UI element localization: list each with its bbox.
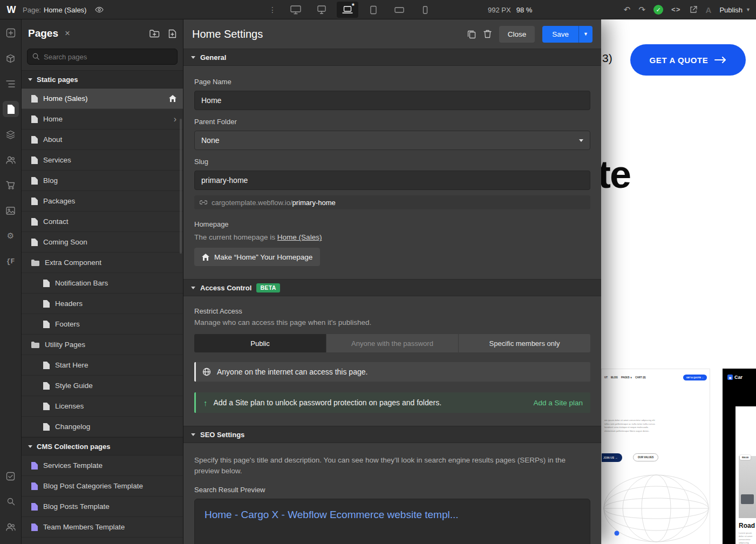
page-name-input[interactable]	[194, 91, 590, 110]
add-elements-icon[interactable]	[3, 25, 19, 41]
save-button[interactable]: Save	[542, 26, 578, 43]
page-icon	[43, 362, 50, 369]
get-a-quote-button[interactable]: GET A QUOTE	[630, 44, 746, 76]
page-item-style-guide[interactable]: Style Guide	[22, 376, 183, 396]
breakpoint-tablet-icon[interactable]	[363, 2, 384, 18]
page-item-blog[interactable]: Blog	[22, 171, 183, 191]
new-page-icon[interactable]	[168, 29, 176, 38]
section-general[interactable]: General	[183, 49, 601, 66]
cms-icon[interactable]	[3, 126, 19, 142]
breakpoint-large-icon[interactable]	[311, 2, 332, 18]
settings-gear-icon[interactable]: ⚙	[3, 228, 19, 244]
parent-folder-select[interactable]: None	[194, 131, 590, 150]
webflow-logo[interactable]: W	[0, 0, 23, 19]
cms-item-blog-post-categories-template[interactable]: Blog Post Categories Template	[22, 476, 183, 497]
pages-scrollbar[interactable]	[180, 119, 182, 254]
page-item-notification-bars[interactable]: Notification Bars	[22, 273, 183, 294]
parent-folder-label: Parent Folder	[194, 118, 590, 126]
page-item-about[interactable]: About	[22, 130, 183, 150]
site-icon[interactable]: A	[706, 5, 712, 15]
preview-brand: ▣ Car	[727, 375, 743, 380]
page-item-start-here[interactable]: Start Here	[22, 355, 183, 376]
code-export-icon[interactable]: <>	[671, 6, 681, 14]
save-dropdown-icon[interactable]: ▼	[578, 26, 592, 43]
pages-icon[interactable]	[3, 101, 19, 117]
preview-eye-icon[interactable]	[95, 5, 104, 14]
duplicate-page-icon[interactable]	[467, 30, 476, 39]
undo-icon[interactable]: ↶	[624, 5, 631, 15]
page-item-footers[interactable]: Footers	[22, 314, 183, 335]
page-item-packages[interactable]: Packages	[22, 191, 183, 212]
globe-wireframe	[602, 467, 710, 544]
page-item-contact[interactable]: Contact	[22, 212, 183, 232]
segment-password[interactable]: Anyone with the password	[326, 334, 458, 352]
preview-paragraph: em ipsum dolor sit amet consectetur adip…	[604, 419, 658, 433]
publish-button[interactable]: Publish ▼	[719, 6, 751, 14]
finsweet-extension-icon[interactable]: {F	[3, 253, 19, 269]
serp-preview-label: Search Result Preview	[194, 486, 590, 494]
zoom-level[interactable]: 98 %	[516, 6, 533, 14]
page-icon	[31, 218, 38, 226]
segment-public[interactable]: Public	[194, 334, 326, 352]
page-item-changelog[interactable]: Changelog	[22, 417, 183, 437]
redo-icon[interactable]: ↷	[638, 5, 645, 15]
share-icon[interactable]	[689, 5, 698, 14]
page-icon	[43, 423, 50, 431]
folder-item-utility-pages[interactable]: Utility Pages	[22, 335, 183, 355]
new-folder-icon[interactable]	[149, 29, 160, 38]
search-pages-input[interactable]	[27, 49, 178, 65]
saved-status-icon[interactable]: ✓	[653, 5, 663, 15]
assets-icon[interactable]	[3, 202, 19, 219]
page-icon	[31, 95, 38, 103]
breakpoint-mobile-landscape-icon[interactable]	[389, 2, 410, 18]
segment-members[interactable]: Specific members only	[458, 334, 590, 352]
map-pin-dot	[615, 531, 619, 536]
static-pages-header[interactable]: Static pages	[22, 70, 183, 89]
components-icon[interactable]	[3, 50, 19, 66]
breakpoint-mobile-portrait-icon[interactable]	[414, 2, 436, 18]
serp-title: Home - Cargo X - Webflow Ecommerce websi…	[205, 509, 580, 521]
cms-item-services-template[interactable]: Services Template	[22, 455, 183, 476]
navigator-icon[interactable]	[3, 76, 19, 92]
canvas-width-value[interactable]: 992 PX	[488, 6, 511, 14]
breakpoint-desktop-icon[interactable]: ★	[337, 2, 358, 18]
quick-find-icon[interactable]	[3, 493, 19, 509]
page-item-home[interactable]: Home ›	[22, 109, 183, 130]
left-toolbar: ⚙ {F	[0, 19, 22, 544]
page-item-services[interactable]: Services	[22, 150, 183, 171]
product-caption: Lorem ipsum dolor sit amet consectetur a…	[739, 532, 756, 544]
ecommerce-icon[interactable]	[3, 177, 19, 193]
arrow-right-icon	[714, 57, 726, 63]
cms-item-team-members-template[interactable]: Team Members Template	[22, 517, 183, 538]
site-plan-upsell: ↑ Add a Site plan to unlock password pro…	[194, 392, 590, 413]
slug-input[interactable]	[194, 171, 590, 190]
users-icon[interactable]	[3, 152, 19, 168]
drag-handle-icon[interactable]: ⋮	[269, 5, 276, 14]
chevron-right-icon[interactable]: ›	[174, 115, 176, 124]
collaborators-icon[interactable]	[3, 519, 19, 535]
page-item-home-sales[interactable]: Home (Sales)	[22, 89, 183, 109]
homepage-link[interactable]: Home (Sales)	[277, 233, 322, 241]
delete-page-icon[interactable]	[483, 30, 492, 38]
page-label: Page:	[23, 6, 41, 14]
cms-pages-header[interactable]: CMS Collection pages	[22, 437, 183, 455]
audit-check-icon[interactable]	[3, 468, 19, 484]
section-access-control[interactable]: Access Control BETA	[183, 279, 601, 296]
pages-panel-close-icon[interactable]: ×	[65, 28, 70, 39]
add-site-plan-link[interactable]: Add a Site plan	[533, 399, 583, 407]
breakpoint-xl-icon[interactable]	[285, 2, 307, 18]
folder-item-extra-component[interactable]: Extra Component	[22, 253, 183, 273]
page-item-headers[interactable]: Headers	[22, 294, 183, 314]
page-url-preview: cargotemplate.webflow.io/primary-home	[194, 195, 590, 209]
current-page-indicator[interactable]: Page: Home (Sales)	[23, 6, 86, 14]
breakpoint-star-icon: ★	[351, 2, 355, 7]
close-button[interactable]: Close	[499, 26, 535, 43]
section-seo-settings[interactable]: SEO Settings	[183, 426, 601, 443]
cms-item-blog-posts-template[interactable]: Blog Posts Template	[22, 497, 183, 517]
beta-badge: BETA	[256, 283, 280, 293]
page-item-coming-soon[interactable]: Coming Soon	[22, 232, 183, 253]
page-item-licenses[interactable]: Licenses	[22, 396, 183, 417]
collapse-caret-icon	[191, 433, 195, 436]
make-homepage-button[interactable]: Make “Home” Your Homepage	[194, 248, 320, 266]
restrict-access-segmented: Public Anyone with the password Specific…	[194, 334, 590, 352]
